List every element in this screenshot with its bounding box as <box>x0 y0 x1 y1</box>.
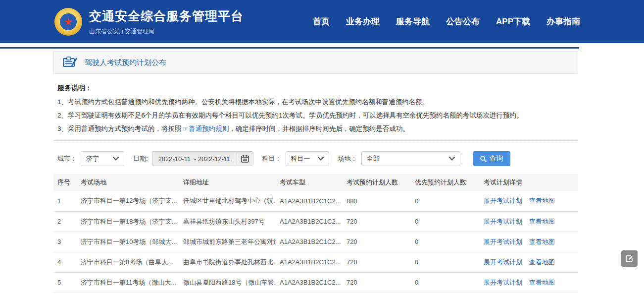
exam-vehicle-types: A1A2A3B1B2C1C2... <box>276 252 343 272</box>
exam-vehicle-types: A1A2A3B1B2C1C2... <box>276 232 343 252</box>
exam-vehicle-types: A1A2A3B1B2C1C2... <box>276 293 343 297</box>
exam-vehicle-types: A1A2A3B1B2C1C2... <box>276 272 343 293</box>
view-map-link[interactable]: 查看地图 <box>529 258 555 266</box>
table-row: 1 济宁市科目一第12考场（济宁支... 任城区廿里铺北村驾考中心（镇... A… <box>53 191 578 211</box>
chevron-down-icon <box>113 157 119 161</box>
table-row: 2 济宁市科目一第18考场（济宁支... 嘉祥县纸坊镇东山头村397号 A1A2… <box>53 211 578 232</box>
view-map-link[interactable]: 查看地图 <box>529 218 555 225</box>
subject-select[interactable]: 科目一 <box>286 151 329 166</box>
exam-plan-count: 720 <box>343 252 411 272</box>
exam-site-address: 微山县夏阳西路18号（微山车管... <box>179 272 276 293</box>
feedback-edit-button[interactable] <box>621 250 638 267</box>
col-index: 序号 <box>53 174 77 191</box>
nav-announcements[interactable]: 公告公布 <box>446 16 480 27</box>
row-index: 2 <box>53 211 77 232</box>
exam-site-name: 济宁市科目一第8考场（曲阜大... <box>77 252 179 272</box>
main-nav: 首页 业务办理 服务导航 公告公布 APP下载 办事指南 <box>313 0 580 43</box>
view-map-link[interactable]: 查看地图 <box>529 279 555 286</box>
exam-site-address: 兖州市九州西路，兖州8路（九... <box>179 293 276 297</box>
ordinary-booking-rules-link[interactable]: ☞普通预约规则 <box>182 125 229 132</box>
exam-vehicle-types: A1A2A3B1B2C1C2... <box>276 211 343 232</box>
exam-site-address: 任城区廿里铺北村驾考中心（镇... <box>179 191 276 211</box>
table-body: 1 济宁市科目一第12考场（济宁支... 任城区廿里铺北村驾考中心（镇... A… <box>53 191 578 297</box>
col-priority-count: 优先预约计划人数 <box>411 174 480 191</box>
nav-business[interactable]: 业务办理 <box>346 16 380 27</box>
calendar-button[interactable] <box>237 152 253 166</box>
expand-plan-link[interactable]: 展开考试计划 <box>484 238 522 245</box>
row-index: 1 <box>53 191 77 211</box>
priority-plan-count: 0 <box>411 211 480 232</box>
nav-home[interactable]: 首页 <box>313 16 330 27</box>
city-label: 城市： <box>57 154 77 163</box>
exam-plan-count: 360 <box>343 293 411 297</box>
service-note-1: 1、考试预约方式包括普通预约和优先预约两种。公安机关将根据本地实际，在考试场次中… <box>53 98 578 106</box>
header-divider-line <box>0 47 579 49</box>
chevron-down-icon <box>449 157 455 161</box>
col-plan-detail: 考试计划详情 <box>480 174 578 191</box>
app-title: 交通安全综合服务管理平台 <box>89 8 244 24</box>
main-content: 服务说明： 1、考试预约方式包括普通预约和优先预约两种。公安机关将根据本地实际，… <box>53 81 578 297</box>
app-subtitle: 山东省公安厅交通管理局 <box>89 27 244 36</box>
nav-app-download[interactable]: APP下载 <box>496 16 530 27</box>
nav-service-guide[interactable]: 服务导航 <box>396 16 430 27</box>
service-note-3-suffix: ，确定排序时间，并根据排序时间先后，确定预约是否成功。 <box>229 125 409 132</box>
app-header: ★ 交通安全综合服务管理平台 山东省公安厅交通管理局 首页 业务办理 服务导航 … <box>0 0 644 43</box>
exam-plan-count: 720 <box>343 272 411 293</box>
calendar-icon <box>241 155 249 163</box>
row-index: 6 <box>53 293 77 297</box>
plan-detail-cell: 展开考试计划 查看地图 <box>480 211 578 232</box>
city-select-value: 济宁 <box>86 154 99 163</box>
expand-plan-link[interactable]: 展开考试计划 <box>484 197 522 204</box>
table-row: 5 济宁市科目一第11考场（微山大... 微山县夏阳西路18号（微山车管... … <box>53 272 578 293</box>
exam-site-name: 济宁市科目一第18考场（济宁支... <box>77 211 179 232</box>
rules-link-label: 普通预约规则 <box>189 125 229 132</box>
police-badge-logo: ★ <box>54 8 82 36</box>
priority-plan-count: 0 <box>411 232 480 252</box>
expand-plan-link[interactable]: 展开考试计划 <box>484 279 522 286</box>
view-map-link[interactable]: 查看地图 <box>529 197 555 204</box>
service-notes-heading: 服务说明： <box>53 84 578 93</box>
expand-plan-link[interactable]: 展开考试计划 <box>484 218 522 225</box>
site-select[interactable]: 全部 <box>361 151 460 166</box>
exam-plan-count: 880 <box>343 191 411 211</box>
chevron-down-icon <box>318 157 324 161</box>
filter-row: 城市： 济宁 日期: 2022-10-11 ~ 2022-12-11 <box>53 151 578 166</box>
exam-vehicle-types: A1A2A3B1B2C1C2... <box>276 191 343 211</box>
exam-site-name: 济宁市科目一第10考场（邹城大... <box>77 232 179 252</box>
page-title: 驾驶人考试预约计划公布 <box>85 58 166 67</box>
col-plan-count: 考试预约计划人数 <box>343 174 411 191</box>
site-select-value: 全部 <box>367 154 380 163</box>
page-title-bar: 驾驶人考试预约计划公布 <box>53 51 578 74</box>
priority-plan-count: 0 <box>411 272 480 293</box>
table-row: 6 济宁市科目一第7考场（兖州大... 兖州市九州西路，兖州8路（九... A1… <box>53 293 578 297</box>
row-index: 5 <box>53 272 77 293</box>
document-pen-icon <box>63 56 78 69</box>
star-icon: ★ <box>64 17 73 27</box>
expand-plan-link[interactable]: 展开考试计划 <box>484 258 522 266</box>
plan-detail-cell: 展开考试计划 查看地图 <box>480 191 578 211</box>
exam-plan-count: 720 <box>343 232 411 252</box>
exam-site-name: 济宁市科目一第11考场（微山大... <box>77 272 179 293</box>
table-header-row: 序号 考试场地 详细地址 考试车型 考试预约计划人数 优先预约计划人数 考试计划… <box>53 174 578 191</box>
page-root: ★ 交通安全综合服务管理平台 山东省公安厅交通管理局 首页 业务办理 服务导航 … <box>0 0 644 297</box>
exam-plan-table: 序号 考试场地 详细地址 考试车型 考试预约计划人数 优先预约计划人数 考试计划… <box>53 174 578 297</box>
city-select[interactable]: 济宁 <box>81 151 124 166</box>
date-label: 日期: <box>133 154 148 163</box>
table-row: 3 济宁市科目一第10考场（邹城大... 邹城市城前东路第三老年公寓对过 A1A… <box>53 232 578 252</box>
col-address: 详细地址 <box>179 174 276 191</box>
police-badge-inner: ★ <box>59 12 78 31</box>
dotted-divider <box>53 140 578 141</box>
table-row: 4 济宁市科目一第8考场（曲阜大... 曲阜市书院街道办事处孔林西北... A1… <box>53 252 578 272</box>
exam-site-address: 邹城市城前东路第三老年公寓对过 <box>179 232 276 252</box>
nav-handling-guide[interactable]: 办事指南 <box>546 16 580 27</box>
service-notes: 服务说明： 1、考试预约方式包括普通预约和优先预约两种。公安机关将根据本地实际，… <box>53 84 578 133</box>
brand-text: 交通安全综合服务管理平台 山东省公安厅交通管理局 <box>89 8 244 36</box>
edit-pencil-icon <box>625 254 634 263</box>
subject-select-value: 科目一 <box>291 154 310 163</box>
view-map-link[interactable]: 查看地图 <box>529 238 555 245</box>
exam-site-address: 曲阜市书院街道办事处孔林西北... <box>179 252 276 272</box>
row-index: 3 <box>53 232 77 252</box>
date-range-field[interactable]: 2022-10-11 ~ 2022-12-11 <box>152 151 253 166</box>
search-button[interactable]: 查询 <box>473 151 510 166</box>
exam-site-name: 济宁市科目一第7考场（兖州大... <box>77 293 179 297</box>
